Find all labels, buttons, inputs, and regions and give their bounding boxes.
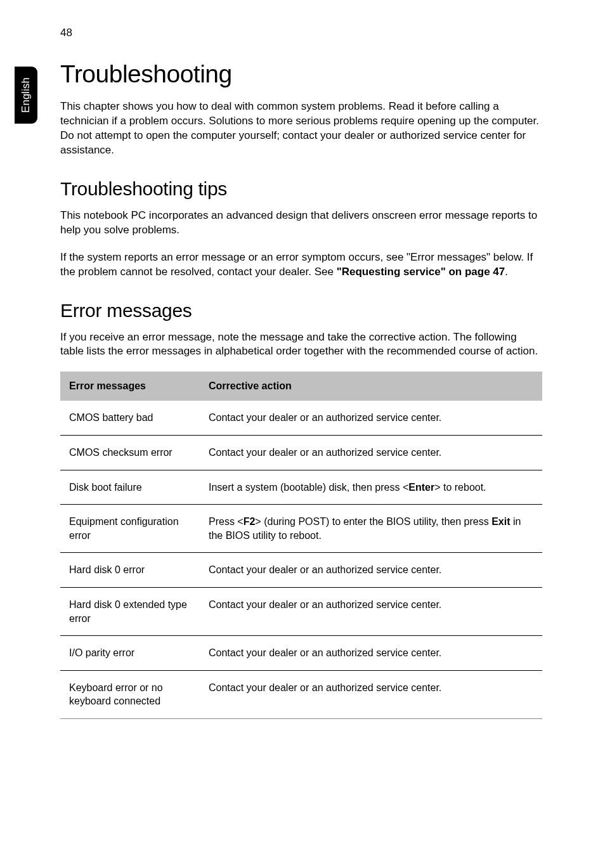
err-action: Contact your dealer or an authorized ser… [200, 587, 542, 635]
table-header-row: Error messages Corrective action [60, 372, 542, 401]
page-number: 48 [60, 27, 72, 39]
err-action: Contact your dealer or an authorized ser… [200, 670, 542, 718]
tips-heading: Troubleshooting tips [60, 178, 542, 200]
table-row: Hard disk 0 extended type error Contact … [60, 587, 542, 635]
err-msg: Disk boot failure [60, 470, 200, 505]
err-action: Contact your dealer or an authorized ser… [200, 435, 542, 470]
text: Insert a system (bootable) disk, then pr… [209, 482, 408, 493]
table-row: Hard disk 0 error Contact your dealer or… [60, 553, 542, 588]
err-action: Press <F2> (during POST) to enter the BI… [200, 505, 542, 553]
err-msg: Equipment configuration error [60, 505, 200, 553]
err-msg: CMOS battery bad [60, 401, 200, 435]
intro-paragraph: This chapter shows you how to deal with … [60, 100, 542, 158]
err-action: Contact your dealer or an authorized ser… [200, 636, 542, 671]
table-row: CMOS checksum error Contact your dealer … [60, 435, 542, 470]
err-action: Contact your dealer or an authorized ser… [200, 553, 542, 588]
error-messages-heading: Error messages [60, 300, 542, 321]
table-row: Disk boot failure Insert a system (boota… [60, 470, 542, 505]
language-tab: English [15, 67, 37, 124]
tips-paragraph-1: This notebook PC incorporates an advance… [60, 209, 542, 238]
table-row: Keyboard error or no keyboard connected … [60, 670, 542, 718]
text: > (during POST) to enter the BIOS utilit… [255, 516, 491, 527]
text: Press < [209, 516, 244, 527]
key-enter: Enter [408, 482, 434, 493]
err-msg: Hard disk 0 extended type error [60, 587, 200, 635]
page-content: Troubleshooting This chapter shows you h… [60, 60, 542, 719]
tips-p2-text-c: . [505, 266, 508, 278]
err-msg: Keyboard error or no keyboard connected [60, 670, 200, 718]
col-header-action: Corrective action [200, 372, 542, 401]
key-exit: Exit [491, 516, 510, 527]
tips-p2-link: "Requesting service" on page 47 [337, 266, 505, 278]
err-action: Insert a system (bootable) disk, then pr… [200, 470, 542, 505]
text: > to reboot. [434, 482, 486, 493]
error-messages-table: Error messages Corrective action CMOS ba… [60, 372, 542, 719]
col-header-error: Error messages [60, 372, 200, 401]
table-row: I/O parity error Contact your dealer or … [60, 636, 542, 671]
page-title: Troubleshooting [60, 60, 542, 88]
table-row: Equipment configuration error Press <F2>… [60, 505, 542, 553]
err-msg: CMOS checksum error [60, 435, 200, 470]
err-msg: Hard disk 0 error [60, 553, 200, 588]
tips-paragraph-2: If the system reports an error message o… [60, 250, 542, 280]
err-msg: I/O parity error [60, 636, 200, 671]
language-tab-label: English [20, 77, 32, 113]
table-row: CMOS battery bad Contact your dealer or … [60, 401, 542, 435]
error-intro-paragraph: If you receive an error message, note th… [60, 330, 542, 360]
err-action: Contact your dealer or an authorized ser… [200, 401, 542, 435]
key-f2: F2 [244, 516, 256, 527]
